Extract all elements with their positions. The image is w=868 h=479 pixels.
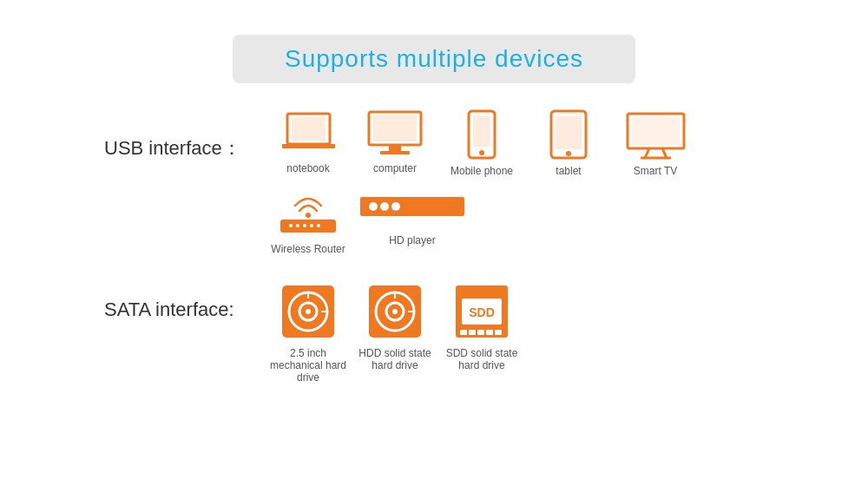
svg-point-12 (566, 151, 571, 156)
svg-text:SDD: SDD (469, 305, 495, 319)
hdd-25-label: 2.5 inch mechanical hard drive (269, 347, 347, 384)
svg-point-28 (391, 202, 400, 211)
device-hdd-25: 2.5 inch mechanical hard drive (269, 281, 347, 384)
hdd-solid-label: HDD solid state hard drive (356, 347, 434, 371)
svg-point-20 (289, 224, 293, 227)
smart-tv-icon (623, 109, 688, 160)
notebook-label: notebook (286, 162, 329, 174)
svg-point-21 (296, 224, 299, 227)
svg-rect-48 (495, 330, 502, 335)
svg-point-27 (380, 202, 389, 211)
device-mobile: Mobile phone (443, 109, 521, 177)
svg-rect-5 (389, 145, 401, 151)
hdd-solid-icon (365, 281, 425, 342)
sata-label: SATA interface: (104, 299, 269, 321)
device-hd-player: HD player (356, 181, 469, 246)
svg-rect-45 (469, 330, 476, 335)
svg-rect-44 (460, 330, 467, 335)
tablet-label: tablet (556, 165, 581, 177)
device-notebook: notebook (269, 109, 347, 174)
svg-point-22 (303, 224, 306, 227)
svg-point-9 (479, 150, 484, 155)
hd-player-label: HD player (389, 234, 435, 246)
usb-row1: notebook computer Mobile phon (269, 109, 694, 177)
wireless-router-icon (273, 181, 343, 238)
device-computer: computer (356, 109, 434, 174)
tablet-icon (547, 109, 590, 160)
svg-point-38 (392, 309, 398, 314)
mobile-phone-icon (464, 109, 499, 160)
title-container: Supports multiple devices (0, 35, 868, 83)
computer-icon (365, 109, 425, 157)
device-smart-tv: Smart TV (616, 109, 694, 177)
title-box: Supports multiple devices (233, 35, 635, 83)
svg-point-32 (306, 309, 311, 314)
svg-rect-14 (632, 117, 680, 145)
usb-section: USB interface： notebook (104, 109, 868, 255)
usb-row2: Wireless Router HD player (269, 181, 694, 255)
svg-rect-6 (380, 151, 410, 154)
device-tablet: tablet (529, 109, 608, 177)
svg-rect-2 (282, 144, 335, 148)
svg-line-16 (662, 148, 667, 158)
notebook-icon (280, 109, 337, 157)
svg-rect-47 (486, 330, 493, 335)
usb-devices: notebook computer Mobile phon (269, 109, 694, 255)
hdd-25-icon (278, 281, 339, 342)
svg-point-24 (317, 224, 320, 227)
wireless-router-label: Wireless Router (271, 243, 345, 255)
sata-section: SATA interface: 2.5 inch mechanical hard… (104, 272, 868, 384)
svg-line-15 (645, 148, 649, 158)
hd-player-icon (356, 181, 469, 229)
svg-point-18 (306, 213, 311, 218)
computer-label: computer (373, 162, 417, 174)
smart-tv-label: Smart TV (634, 165, 677, 177)
usb-label: USB interface： (104, 135, 269, 161)
svg-rect-11 (556, 116, 582, 149)
svg-rect-1 (292, 117, 326, 141)
svg-rect-8 (473, 116, 490, 147)
svg-point-23 (310, 224, 313, 227)
device-wireless-router: Wireless Router (269, 181, 347, 255)
page-title: Supports multiple devices (285, 45, 583, 72)
svg-point-26 (369, 202, 378, 211)
svg-rect-46 (477, 330, 484, 335)
sata-devices: 2.5 inch mechanical hard drive HDD solid… (269, 281, 521, 384)
svg-rect-4 (373, 115, 417, 141)
device-sdd-solid: SDD SDD solid state hard drive (443, 281, 521, 371)
sdd-solid-label: SDD solid state hard drive (443, 347, 521, 371)
sdd-solid-icon: SDD (451, 281, 512, 342)
svg-rect-19 (280, 220, 336, 233)
device-hdd-solid: HDD solid state hard drive (356, 281, 434, 371)
mobile-label: Mobile phone (450, 165, 513, 177)
